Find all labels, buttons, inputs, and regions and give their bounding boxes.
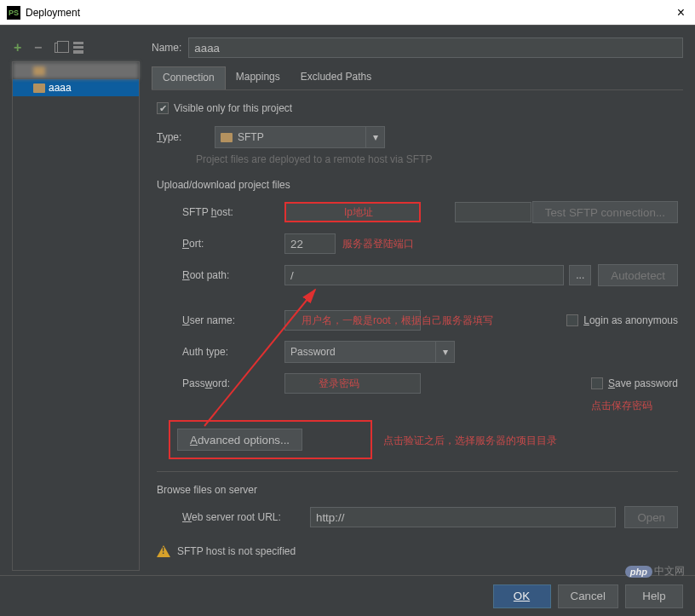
servers-icon[interactable] <box>73 42 83 54</box>
save-password-label: Save password <box>608 377 678 389</box>
warning-row: SFTP host is not specified <box>157 545 678 557</box>
authtype-label: Auth type: <box>182 346 284 358</box>
port-label: Port: <box>182 238 284 250</box>
cancel-button[interactable]: Cancel <box>558 584 619 608</box>
dialog-footer: OK Cancel Help <box>0 575 695 616</box>
web-url-input[interactable] <box>310 507 616 527</box>
close-icon[interactable]: × <box>674 5 688 20</box>
port-input[interactable] <box>284 233 336 254</box>
sidebar-toolbar: + − <box>12 37 140 58</box>
add-icon[interactable]: + <box>14 42 26 54</box>
type-label: Type: <box>157 131 208 143</box>
tab-excluded[interactable]: Excluded Paths <box>290 66 382 89</box>
name-input[interactable] <box>188 37 683 58</box>
folder-icon <box>33 66 45 76</box>
annotation-ip: Ip地址 <box>344 205 373 220</box>
annotation-port: 服务器登陆端口 <box>342 237 414 251</box>
folder-icon <box>221 133 233 142</box>
chevron-down-icon: ▾ <box>365 127 384 147</box>
tree-item-label: aaaa <box>49 82 72 94</box>
root-path-input[interactable] <box>284 265 564 285</box>
autodetect-button[interactable]: Autodetect <box>598 264 678 286</box>
sidebar: + − aaaa <box>12 37 140 571</box>
type-select[interactable]: SFTP ▾ <box>215 126 385 148</box>
warning-icon <box>157 545 170 557</box>
app-icon: PS <box>7 6 20 20</box>
test-connection-button[interactable]: Test SFTP connection... <box>532 201 678 223</box>
visible-project-row: ✔ Visible only for this project <box>157 102 678 114</box>
sftp-host-extra[interactable] <box>455 202 531 222</box>
tabs: Connection Mappings Excluded Paths <box>152 66 683 90</box>
annotation-pwd: 登录密码 <box>319 377 359 391</box>
visible-project-label: Visible only for this project <box>174 102 292 114</box>
php-badge: php <box>625 566 652 578</box>
server-tree[interactable]: aaaa <box>12 61 140 571</box>
window-title: Deployment <box>26 7 674 19</box>
authtype-select[interactable]: Password ▾ <box>284 341 455 363</box>
titlebar: PS Deployment × <box>0 0 695 26</box>
annotation-advanced: 点击验证之后，选择服务器的项目目录 <box>383 435 557 446</box>
visible-project-checkbox[interactable]: ✔ <box>157 102 169 114</box>
chevron-down-icon: ▾ <box>435 342 454 362</box>
authtype-value: Password <box>290 346 336 358</box>
browse-section-title: Browse files on server <box>157 484 678 496</box>
folder-icon <box>33 83 45 93</box>
warning-text: SFTP host is not specified <box>177 545 296 557</box>
help-button[interactable]: Help <box>625 584 683 608</box>
remove-icon[interactable]: − <box>34 42 46 54</box>
tab-content: ✔ Visible only for this project Type: SF… <box>152 90 683 571</box>
username-label: User name: <box>182 314 284 326</box>
name-label: Name: <box>152 42 181 54</box>
dialog-body: + − aaaa Name: Connection Mappings Exclu… <box>0 26 695 571</box>
root-label: Root path: <box>182 269 284 281</box>
open-button[interactable]: Open <box>624 506 678 528</box>
watermark: php 中文网 <box>625 564 685 579</box>
type-value: SFTP <box>238 131 264 143</box>
advanced-options-button[interactable]: Advanced options... <box>177 429 302 451</box>
tab-connection[interactable]: Connection <box>152 66 226 89</box>
upload-section-title: Upload/download project files <box>157 179 678 191</box>
watermark-text: 中文网 <box>654 564 685 579</box>
browse-root-button[interactable]: ... <box>569 265 591 285</box>
main-panel: Name: Connection Mappings Excluded Paths… <box>152 37 683 571</box>
web-url-label: Web server root URL: <box>182 511 310 523</box>
password-label: Password: <box>182 377 284 389</box>
tree-item[interactable] <box>13 62 139 79</box>
annotation-user: 用户名，一般是root，根据自己服务器填写 <box>302 314 493 328</box>
divider <box>157 471 678 472</box>
ok-button[interactable]: OK <box>493 584 551 608</box>
tab-mappings[interactable]: Mappings <box>226 66 290 89</box>
annotation-savepwd: 点击保存密码 <box>591 400 652 412</box>
login-anon-checkbox[interactable] <box>566 314 578 326</box>
tree-item-selected[interactable]: aaaa <box>13 79 139 96</box>
sftp-host-label: SFTP host: <box>182 206 284 218</box>
save-password-checkbox[interactable] <box>591 377 603 389</box>
copy-icon[interactable] <box>55 43 65 53</box>
deploy-hint: Project files are deployed to a remote h… <box>196 153 678 165</box>
login-anon-label: Login as anonymous <box>583 314 678 326</box>
